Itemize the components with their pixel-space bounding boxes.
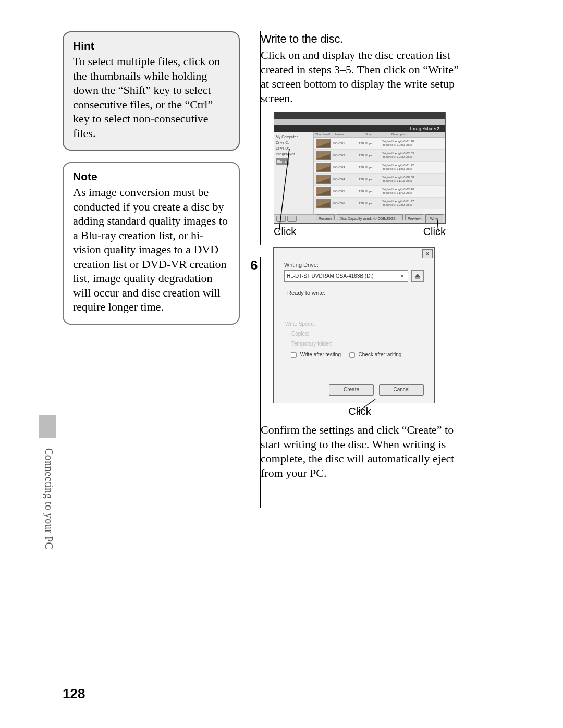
eject-icon bbox=[414, 273, 421, 279]
write-intro: Click on and display the disc creation l… bbox=[261, 48, 459, 105]
svg-line-0 bbox=[279, 149, 289, 232]
cancel-button[interactable]: Cancel bbox=[379, 384, 424, 396]
checkbox-input[interactable] bbox=[291, 352, 297, 358]
disabled-option: Write Speed: bbox=[285, 320, 424, 328]
leader-lines-icon bbox=[274, 112, 446, 237]
side-tab-icon bbox=[39, 415, 56, 438]
note-title: Note bbox=[73, 170, 229, 183]
svg-marker-2 bbox=[415, 274, 420, 277]
rule-vertical-step6 bbox=[260, 257, 261, 508]
section-label: Connecting to your PC bbox=[43, 448, 55, 549]
close-icon[interactable]: × bbox=[422, 249, 433, 258]
drive-value: HL-DT-ST DVDRAM GSA-4163B (D:) bbox=[287, 271, 374, 281]
screenshot-disc-list: ImageMixer3 My Computer Drive C: Drive D… bbox=[274, 112, 446, 224]
checkbox-label: Check after writing bbox=[359, 352, 402, 357]
screenshot-write-dialog: × Writing Drive: HL-DT-ST DVDRAM GSA-416… bbox=[273, 247, 435, 403]
step-number-6: 6 bbox=[250, 257, 258, 274]
hint-callout: Hint To select multiple files, click on … bbox=[63, 31, 240, 151]
rule-horizontal-bottom bbox=[261, 516, 458, 516]
checkbox-input[interactable] bbox=[349, 352, 355, 358]
ready-status: Ready to write. bbox=[287, 289, 424, 297]
note-callout: Note As image conversion must be conduct… bbox=[63, 162, 240, 325]
svg-line-1 bbox=[437, 220, 438, 232]
hint-body: To select multiple files, click on the t… bbox=[73, 54, 229, 140]
drive-select[interactable]: HL-DT-ST DVDRAM GSA-4163B (D:) ▾ bbox=[284, 270, 408, 282]
note-body: As image conversion must be conducted if… bbox=[73, 185, 229, 314]
write-heading: Write to the disc. bbox=[261, 32, 459, 46]
create-button[interactable]: Create bbox=[329, 384, 374, 396]
disabled-option: Copies: bbox=[291, 330, 424, 338]
write-after-testing-checkbox[interactable]: Write after testing bbox=[288, 352, 342, 357]
chevron-down-icon: ▾ bbox=[398, 271, 406, 281]
click-label-center: Click bbox=[261, 405, 459, 417]
hint-title: Hint bbox=[73, 40, 229, 52]
checkbox-label: Write after testing bbox=[300, 352, 341, 357]
dialog-window: × Writing Drive: HL-DT-ST DVDRAM GSA-416… bbox=[273, 247, 435, 403]
drive-label: Writing Drive: bbox=[284, 261, 424, 268]
disabled-option: Temporary folder: bbox=[291, 340, 424, 348]
eject-button[interactable] bbox=[411, 270, 424, 282]
page-number: 128 bbox=[63, 686, 85, 702]
confirm-text: Confirm the settings and click “Create” … bbox=[261, 423, 459, 480]
svg-rect-3 bbox=[415, 278, 420, 279]
check-after-writing-checkbox[interactable]: Check after writing bbox=[347, 352, 402, 357]
